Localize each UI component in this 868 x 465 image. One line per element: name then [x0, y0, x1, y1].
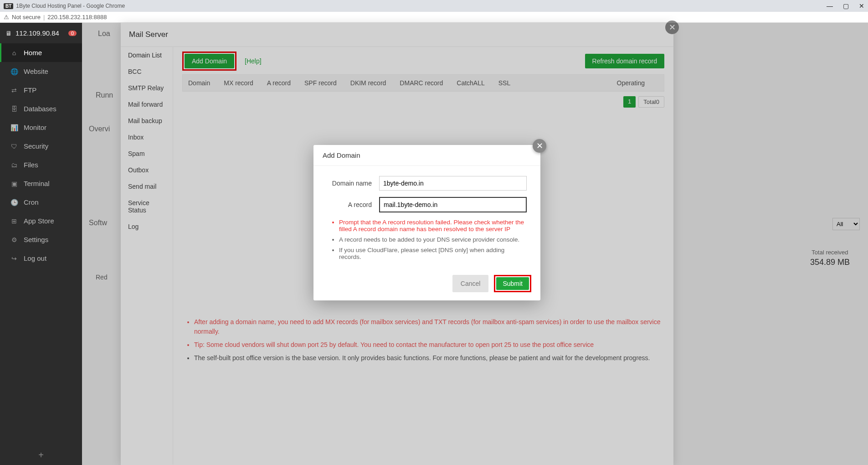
- sidebar-item-cron[interactable]: 🕒Cron: [0, 193, 82, 212]
- domain-name-input[interactable]: [379, 176, 527, 191]
- grid-icon: ⊞: [9, 217, 19, 225]
- modal-title: Add Domain: [313, 145, 540, 166]
- server-ip: 112.109.90.84: [15, 29, 59, 37]
- submit-button[interactable]: Submit: [496, 277, 529, 290]
- left-sidebar: 🖥 112.109.90.84 0 ⌂Home 🌐Website ⇄FTP 🗄D…: [0, 23, 82, 465]
- submit-highlight: Submit: [494, 275, 531, 292]
- shield-icon: 🛡: [9, 143, 19, 150]
- add-domain-modal: ✕ Add Domain Domain name A record Prompt…: [313, 145, 540, 300]
- folder-icon: 🗂: [9, 161, 19, 169]
- note-item: A record needs to be added to your DNS s…: [339, 236, 527, 243]
- close-window-icon[interactable]: ✕: [859, 2, 864, 10]
- nav-label: Settings: [24, 236, 48, 243]
- alert-badge: 0: [68, 31, 77, 36]
- terminal-icon: ▣: [9, 180, 19, 187]
- sidebar-item-databases[interactable]: 🗄Databases: [0, 99, 82, 118]
- nav-label: FTP: [24, 86, 36, 94]
- browser-urlbar[interactable]: ⚠ Not secure | 220.158.232.118:8888: [0, 12, 868, 23]
- insecure-label: Not secure: [12, 14, 41, 21]
- ftp-icon: ⇄: [9, 87, 19, 94]
- nav-label: Website: [24, 67, 48, 75]
- sidebar-item-security[interactable]: 🛡Security: [0, 137, 82, 155]
- nav-label: Databases: [24, 105, 56, 113]
- note-item: If you use CloudFlare, please select [DN…: [339, 247, 527, 260]
- nav-label: Monitor: [24, 124, 46, 131]
- home-icon: ⌂: [9, 49, 19, 57]
- logout-icon: ↪: [9, 255, 19, 262]
- sidebar-add-button[interactable]: +: [0, 445, 82, 465]
- sidebar-item-settings[interactable]: ⚙Settings: [0, 230, 82, 249]
- minimize-icon[interactable]: —: [827, 2, 833, 10]
- url-text: 220.158.232.118:8888: [47, 14, 107, 21]
- nav-label: Security: [24, 142, 48, 150]
- sidebar-item-home[interactable]: ⌂Home: [0, 43, 82, 62]
- nav-label: Files: [24, 161, 38, 169]
- nav-label: Terminal: [24, 180, 50, 187]
- nav-label: Home: [24, 49, 42, 57]
- modal-notes: Prompt that the A record resolution fail…: [327, 219, 527, 260]
- sidebar-item-monitor[interactable]: 📊Monitor: [0, 118, 82, 137]
- nav-label: App Store: [24, 217, 54, 225]
- sidebar-nav: ⌂Home 🌐Website ⇄FTP 🗄Databases 📊Monitor …: [0, 43, 82, 445]
- database-icon: 🗄: [9, 105, 19, 113]
- nav-label: Log out: [24, 254, 46, 262]
- a-record-label: A record: [327, 201, 379, 208]
- warning-icon: ⚠: [4, 14, 9, 21]
- bt-app-badge: BT: [4, 3, 13, 9]
- nav-label: Cron: [24, 198, 39, 206]
- sidebar-item-website[interactable]: 🌐Website: [0, 62, 82, 81]
- sidebar-item-ftp[interactable]: ⇄FTP: [0, 81, 82, 99]
- monitor-icon: 📊: [9, 124, 19, 131]
- window-title: 1Byte Cloud Hosting Panel - Google Chrom…: [16, 3, 125, 9]
- cancel-button[interactable]: Cancel: [452, 275, 489, 292]
- domain-name-label: Domain name: [327, 180, 379, 187]
- sidebar-item-files[interactable]: 🗂Files: [0, 155, 82, 174]
- note-item: Prompt that the A record resolution fail…: [339, 219, 527, 232]
- server-icon: 🖥: [5, 30, 12, 37]
- clock-icon: 🕒: [9, 199, 19, 206]
- sidebar-item-appstore[interactable]: ⊞App Store: [0, 212, 82, 230]
- maximize-icon[interactable]: ▢: [843, 2, 849, 10]
- main-area: Loa Runn Overvi Softw Red ✕ Mail Server …: [82, 23, 868, 465]
- a-record-input[interactable]: [379, 197, 527, 212]
- server-ip-row[interactable]: 🖥 112.109.90.84 0: [0, 23, 82, 43]
- gear-icon: ⚙: [9, 236, 19, 243]
- sidebar-item-terminal[interactable]: ▣Terminal: [0, 174, 82, 193]
- globe-icon: 🌐: [9, 68, 19, 75]
- sidebar-item-logout[interactable]: ↪Log out: [0, 249, 82, 268]
- window-titlebar: BT 1Byte Cloud Hosting Panel - Google Ch…: [0, 0, 868, 12]
- close-modal-icon[interactable]: ✕: [533, 139, 546, 153]
